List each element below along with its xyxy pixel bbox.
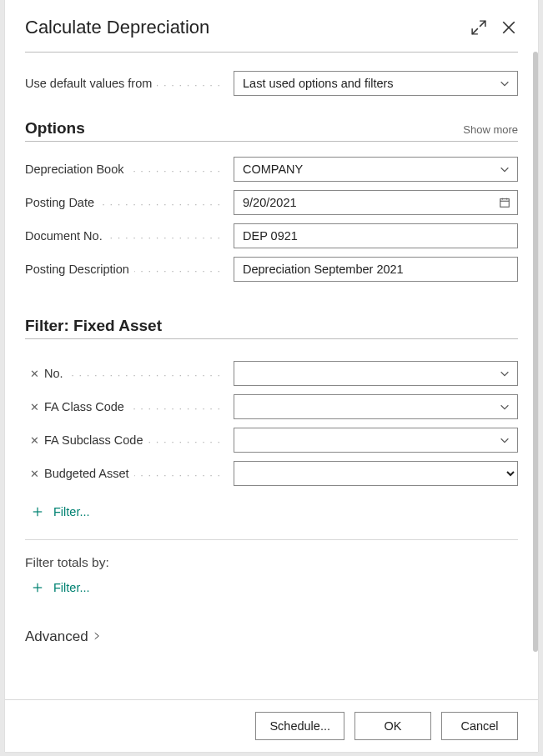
remove-filter-icon[interactable]: ✕ — [25, 434, 39, 447]
defaults-row: Use default values from — [25, 71, 518, 96]
filter-divider — [25, 539, 518, 540]
plus-icon — [30, 504, 45, 519]
depreciation-book-input[interactable] — [234, 157, 518, 182]
filter-no-row: ✕No. — [25, 361, 518, 386]
filter-fa-subclass-input[interactable] — [234, 428, 518, 453]
dialog-footer: Schedule... OK Cancel — [5, 699, 538, 752]
dialog-body: Use default values from Options Show mor… — [5, 52, 538, 699]
filter-fa-class-control[interactable] — [234, 394, 518, 419]
schedule-button[interactable]: Schedule... — [255, 712, 344, 740]
filter-fa-subclass-label: ✕FA Subclass Code — [25, 433, 234, 447]
close-icon[interactable] — [500, 18, 518, 37]
add-filter-totals-button[interactable]: Filter... — [30, 580, 90, 595]
filter-no-control[interactable] — [234, 361, 518, 386]
expand-icon[interactable] — [470, 18, 488, 37]
filter-fa-class-input[interactable] — [234, 394, 518, 419]
advanced-heading: Advanced — [25, 630, 88, 643]
defaults-control[interactable] — [234, 71, 518, 96]
filter-fa-class-label: ✕FA Class Code — [25, 400, 234, 413]
options-heading: Options — [25, 119, 463, 138]
filter-fa-subclass-row: ✕FA Subclass Code — [25, 428, 518, 453]
ok-button[interactable]: OK — [354, 712, 431, 740]
filter-budgeted-asset-select[interactable] — [234, 461, 518, 486]
document-no-label: Document No. — [25, 229, 234, 243]
options-section-header: Options Show more — [25, 119, 518, 142]
depreciation-book-label: Depreciation Book — [25, 163, 234, 176]
calculate-depreciation-dialog: Calculate Depreciation Use default value… — [5, 0, 538, 752]
filter-budgeted-asset-row: ✕Budgeted Asset — [25, 461, 518, 486]
posting-description-label: Posting Description — [25, 263, 234, 276]
defaults-select[interactable] — [234, 71, 518, 96]
posting-date-control[interactable] — [234, 190, 518, 215]
depreciation-book-row: Depreciation Book — [25, 157, 518, 182]
document-no-row: Document No. — [25, 223, 518, 248]
filter-fa-heading: Filter: Fixed Asset — [25, 317, 518, 335]
dialog-header: Calculate Depreciation — [5, 0, 538, 52]
filter-no-label: ✕No. — [25, 367, 234, 380]
filter-totals-heading: Filter totals by: — [25, 555, 518, 570]
advanced-section-header[interactable]: Advanced — [25, 630, 518, 643]
add-filter-label: Filter... — [53, 581, 90, 594]
posting-date-label: Posting Date — [25, 196, 234, 209]
filter-budgeted-asset-label: ✕Budgeted Asset — [25, 467, 234, 480]
posting-description-row: Posting Description — [25, 257, 518, 282]
filter-no-input[interactable] — [234, 361, 518, 386]
filter-fa-class-row: ✕FA Class Code — [25, 394, 518, 419]
plus-icon — [30, 580, 45, 595]
add-filter-fa-button[interactable]: Filter... — [30, 504, 90, 519]
show-more-link[interactable]: Show more — [463, 123, 518, 136]
remove-filter-icon[interactable]: ✕ — [25, 401, 39, 413]
chevron-right-icon — [92, 630, 102, 643]
posting-description-input[interactable] — [234, 257, 518, 282]
posting-description-control[interactable] — [234, 257, 518, 282]
remove-filter-icon[interactable]: ✕ — [25, 368, 39, 380]
posting-date-row: Posting Date — [25, 190, 518, 215]
defaults-label: Use default values from — [25, 77, 234, 90]
document-no-input[interactable] — [234, 223, 518, 248]
filter-budgeted-asset-control[interactable] — [234, 461, 518, 486]
depreciation-book-control[interactable] — [234, 157, 518, 182]
posting-date-input[interactable] — [234, 190, 518, 215]
scrollbar[interactable] — [533, 52, 538, 652]
document-no-control[interactable] — [234, 223, 518, 248]
dialog-title: Calculate Depreciation — [25, 17, 458, 38]
filter-fa-subclass-control[interactable] — [234, 428, 518, 453]
remove-filter-icon[interactable]: ✕ — [25, 468, 39, 480]
cancel-button[interactable]: Cancel — [441, 712, 518, 740]
header-divider — [25, 52, 518, 53]
add-filter-label: Filter... — [53, 505, 90, 518]
filter-fa-section-header: Filter: Fixed Asset — [25, 317, 518, 339]
